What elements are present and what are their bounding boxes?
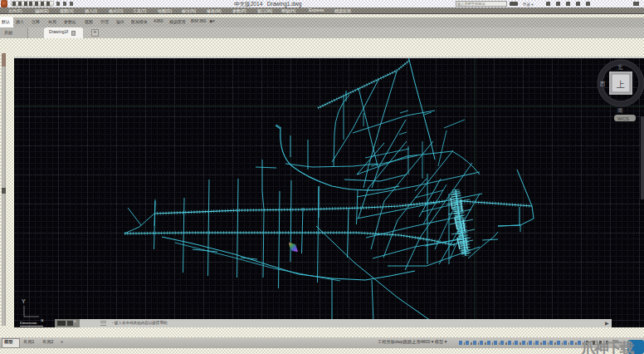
svg-text:Y: Y: [22, 298, 26, 304]
svg-text:WCS: WCS: [617, 116, 629, 121]
svg-text:上: 上: [616, 80, 625, 89]
svg-text:南: 南: [617, 107, 623, 113]
svg-text:西: 西: [599, 81, 606, 86]
svg-text:北: 北: [617, 64, 623, 71]
